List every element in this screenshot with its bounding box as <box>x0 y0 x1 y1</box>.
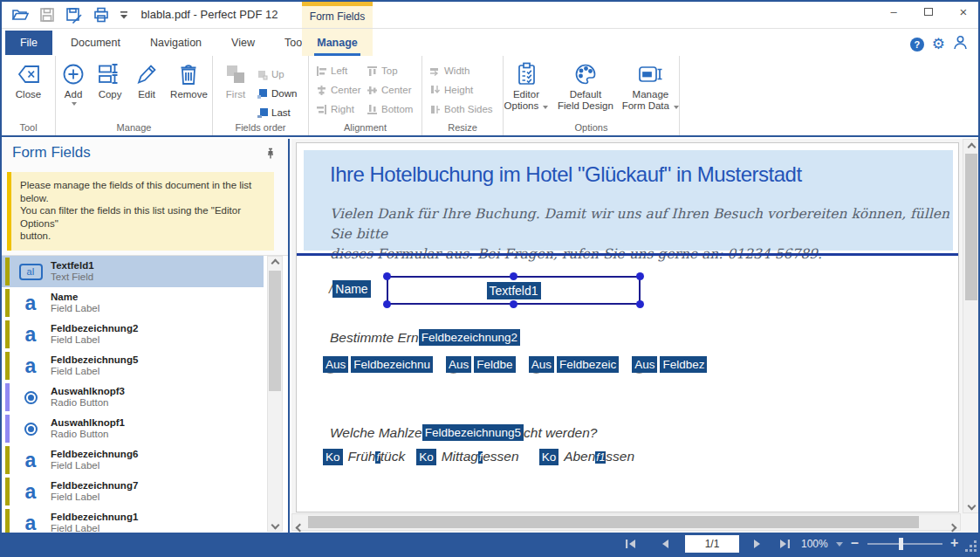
field-list-item[interactable]: a Feldbezeichnung6Field Label <box>2 444 264 476</box>
help-icon[interactable]: ? <box>910 38 924 52</box>
editor-options-icon <box>513 59 539 89</box>
edit-field-button[interactable]: Edit <box>131 59 162 106</box>
scrollbar-thumb[interactable] <box>308 516 919 528</box>
field-list-item[interactable]: a NameField Label <box>2 287 264 319</box>
resize-handle[interactable] <box>510 300 517 308</box>
resize-handle[interactable] <box>510 272 517 280</box>
scroll-down-arrow[interactable] <box>963 503 979 509</box>
next-page-button[interactable] <box>750 537 764 551</box>
editor-options-button[interactable]: Editor Options <box>504 59 549 112</box>
scroll-down-arrow[interactable] <box>268 522 282 528</box>
tab-view[interactable]: View <box>216 31 270 55</box>
radio-overlay-label[interactable]: Aus <box>323 356 348 373</box>
minimize-button[interactable]: – <box>886 3 901 19</box>
radio-overlay-label[interactable]: Aus <box>529 356 554 373</box>
checkbox-widget[interactable]: Ko <box>416 449 436 465</box>
checkbox-widget[interactable]: Ko <box>539 449 559 465</box>
zoom-slider-handle[interactable] <box>899 538 903 550</box>
ribbon-tab-row: File Document Navigation View Tools Mana… <box>2 28 978 56</box>
copy-field-button[interactable]: Copy <box>94 59 126 106</box>
document-title: Ihre Hotelbuchung im Hotel "Glückauf" in… <box>330 162 802 187</box>
manage-form-data-button[interactable]: Manage Form Data <box>622 59 679 112</box>
first-page-button[interactable] <box>623 537 637 551</box>
tab-document[interactable]: Document <box>56 31 135 55</box>
field-list-item[interactable]: Auswahlknopf1Radio Button <box>2 413 264 444</box>
remove-field-button[interactable]: Remove <box>168 59 210 106</box>
field-label-overlay[interactable]: Feldbezeichnu <box>351 356 433 373</box>
zoom-out-button[interactable]: – <box>851 535 859 551</box>
tab-file[interactable]: File <box>5 31 52 55</box>
zoom-level-label[interactable]: 100% <box>801 538 828 550</box>
field-list-item[interactable]: a Feldbezeichnung5Field Label <box>2 350 264 382</box>
radio-overlay-label[interactable]: Aus <box>446 356 471 373</box>
field-list-item[interactable]: a Feldbezeichnung2Field Label <box>2 319 264 350</box>
zoom-in-button[interactable]: + <box>950 535 958 551</box>
field-label-overlay[interactable]: Feldbezeichnung2 <box>419 329 520 346</box>
document-text: Bestimmte Ern <box>330 330 419 346</box>
checkbox-widget[interactable]: Ko <box>323 449 343 465</box>
scroll-left-arrow[interactable] <box>297 519 303 533</box>
checkbox-overlay-label[interactable]: Ko <box>416 449 436 465</box>
settings-gear-icon[interactable]: ⚙ <box>932 38 945 52</box>
align-center-v-button: Center <box>367 82 413 98</box>
checkbox-overlay-label[interactable]: Ko <box>539 449 559 465</box>
radio-button-widget[interactable]: Aus <box>529 356 554 373</box>
field-label-overlay[interactable]: Feldbe <box>474 356 515 373</box>
zoom-dropdown-caret[interactable] <box>836 542 843 547</box>
field-label-overlay[interactable]: Feldbez <box>660 356 707 373</box>
scrollbar-thumb[interactable] <box>269 271 281 391</box>
resize-grip[interactable] <box>966 540 977 551</box>
last-page-button[interactable] <box>778 537 792 551</box>
page-number-box[interactable]: 1/1 <box>685 535 739 553</box>
scroll-right-arrow[interactable] <box>949 519 956 533</box>
resize-height-icon <box>429 85 441 96</box>
maximize-button[interactable] <box>921 3 936 19</box>
pdf-page: Ihre Hotelbuchung im Hotel "Glückauf" in… <box>296 142 959 512</box>
close-tool-button[interactable]: Close <box>13 59 45 100</box>
resize-handle[interactable] <box>383 300 391 308</box>
field-list-item[interactable]: a Feldbezeichnung1Field Label <box>2 507 264 533</box>
field-label-overlay[interactable]: Feldbezeic <box>557 356 619 373</box>
zoom-slider-track[interactable] <box>867 543 942 545</box>
default-field-design-button[interactable]: Default Field Design <box>558 59 613 112</box>
window-title: blabla.pdf - Perfect PDF 12 <box>141 8 278 21</box>
field-label-overlay-name[interactable]: Name <box>332 280 370 298</box>
add-field-button[interactable]: Add <box>58 59 89 106</box>
field-list-item[interactable]: Auswahlknopf3Radio Button <box>2 382 264 413</box>
pin-icon[interactable] <box>265 148 276 163</box>
field-label-overlay[interactable]: Feldbezeichnung5 <box>422 424 524 441</box>
document-viewer: Ihre Hotelbuchung im Hotel "Glückauf" in… <box>291 139 980 533</box>
user-account-icon[interactable] <box>953 35 968 53</box>
resize-handle[interactable] <box>636 300 644 308</box>
vertical-scrollbar[interactable] <box>963 139 980 513</box>
radio-button-widget[interactable]: Aus <box>323 356 348 373</box>
field-label-overlay[interactable]: f1 <box>595 451 606 464</box>
scroll-up-arrow[interactable] <box>963 144 979 150</box>
field-list-item[interactable]: aI Textfeld1Text Field <box>2 256 264 287</box>
field-list-scrollbar[interactable] <box>267 256 283 532</box>
tab-manage[interactable]: Manage <box>302 29 373 57</box>
open-file-button[interactable] <box>10 5 30 24</box>
text-field-overlay-label[interactable]: Textfeld1 <box>486 282 540 299</box>
close-window-button[interactable]: × <box>956 3 971 19</box>
customize-toolbar-button[interactable] <box>119 5 129 24</box>
resize-handle[interactable] <box>636 272 644 280</box>
title-bar: blabla.pdf - Perfect PDF 12 Form Fields … <box>2 2 978 28</box>
scrollbar-thumb[interactable] <box>965 154 977 300</box>
checkbox-overlay-label[interactable]: Ko <box>323 449 343 465</box>
resize-handle[interactable] <box>383 272 391 280</box>
print-button[interactable] <box>92 5 111 24</box>
radio-button-widget[interactable]: Aus <box>632 356 657 373</box>
horizontal-scrollbar[interactable] <box>291 513 961 531</box>
field-list-item[interactable]: a Feldbezeichnung7Field Label <box>2 476 264 507</box>
previous-page-button[interactable] <box>658 537 672 551</box>
scroll-up-arrow[interactable] <box>268 260 282 266</box>
radio-button-widget[interactable]: Aus <box>446 356 471 373</box>
selected-text-field[interactable]: Textfeld1 <box>387 276 641 305</box>
order-down-button[interactable]: Down <box>257 86 297 101</box>
save-as-button[interactable] <box>65 5 84 24</box>
ribbon-group-alignment: Left Center Right Top Center <box>309 56 422 135</box>
order-last-button[interactable]: Last <box>257 105 297 120</box>
radio-overlay-label[interactable]: Aus <box>632 356 657 373</box>
tab-navigation[interactable]: Navigation <box>135 31 216 55</box>
